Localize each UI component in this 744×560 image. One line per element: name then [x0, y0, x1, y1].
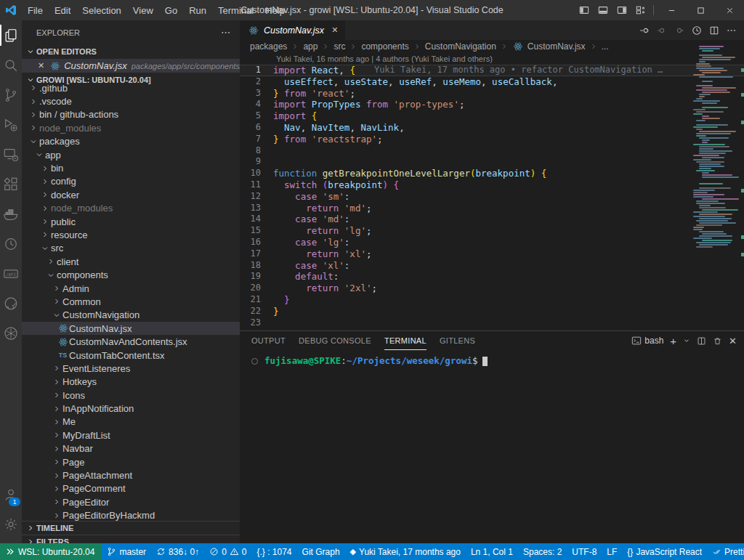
- menu-edit[interactable]: Edit: [49, 0, 76, 20]
- folder-mydraftlist[interactable]: MyDraftList: [22, 429, 240, 442]
- activity-rest-api-icon[interactable]: /API: [0, 259, 22, 288]
- new-terminal-icon[interactable]: +: [670, 335, 676, 347]
- folder-src[interactable]: src: [22, 242, 240, 255]
- folder-config[interactable]: config: [22, 175, 240, 188]
- menu-file[interactable]: File: [22, 0, 49, 20]
- menu-selection[interactable]: Selection: [76, 0, 126, 20]
- split-editor-icon[interactable]: [709, 25, 719, 36]
- file-history-icon[interactable]: [692, 25, 702, 36]
- menu-view[interactable]: View: [127, 0, 159, 20]
- folder-bin-github-actions[interactable]: bin / github-actions: [22, 108, 240, 121]
- status-eol[interactable]: LF: [602, 543, 622, 560]
- more-actions-icon[interactable]: ⋯: [727, 25, 737, 36]
- close-tab-icon[interactable]: ✕: [331, 25, 338, 35]
- folder--github[interactable]: .github: [22, 81, 240, 94]
- status-git-graph[interactable]: Git Graph: [297, 543, 345, 560]
- activity-explorer-icon[interactable]: [0, 20, 22, 50]
- tab-customnav[interactable]: CustomNav.jsx ✕: [240, 20, 345, 40]
- folder-resource[interactable]: resource: [22, 228, 240, 241]
- activity-docker-icon[interactable]: [0, 199, 22, 229]
- status-git-sync[interactable]: 836↓ 0↑: [151, 543, 204, 560]
- filters-section[interactable]: FILTERS: [22, 535, 240, 543]
- file-customnav-jsx[interactable]: CustomNav.jsx: [22, 322, 240, 335]
- status-formatter-prettier[interactable]: Prettier: [707, 543, 744, 560]
- status-git-branch[interactable]: master: [102, 543, 151, 560]
- folder-pageeditorbyhackmd[interactable]: PageEditorByHackmd: [22, 509, 240, 522]
- folder-inappnotification[interactable]: InAppNotification: [22, 402, 240, 415]
- panel-tab-gitlens[interactable]: GITLENS: [440, 331, 475, 350]
- breadcrumb-item[interactable]: ...: [602, 41, 609, 52]
- folder-page[interactable]: Page: [22, 455, 240, 468]
- open-editors-section[interactable]: OPEN EDITORS: [22, 44, 240, 59]
- gitlens-prev-icon[interactable]: [657, 25, 667, 36]
- panel-tab-debug-console[interactable]: DEBUG CONSOLE: [299, 331, 371, 350]
- split-terminal-icon[interactable]: [697, 336, 706, 346]
- file-customtabcontent-tsx[interactable]: TSCustomTabContent.tsx: [22, 349, 240, 362]
- menu-go[interactable]: Go: [159, 0, 183, 20]
- folder-packages[interactable]: packages: [22, 135, 240, 148]
- gitlens-next-icon[interactable]: [674, 25, 684, 36]
- breadcrumb-item[interactable]: CustomNavigation: [425, 41, 496, 52]
- activity-accounts-icon[interactable]: 1: [0, 479, 22, 509]
- folder-common[interactable]: Common: [22, 295, 240, 308]
- customize-layout-icon[interactable]: [631, 0, 650, 20]
- activity-git-history-icon[interactable]: [0, 229, 22, 259]
- folder-hotkeys[interactable]: Hotkeys: [22, 376, 240, 389]
- folder-eventlisteneres[interactable]: EventListeneres: [22, 362, 240, 375]
- close-icon[interactable]: [715, 0, 744, 20]
- status-indentation[interactable]: Spaces: 2: [518, 543, 567, 560]
- activity-extensions-icon[interactable]: [0, 169, 22, 199]
- folder-components[interactable]: components: [22, 268, 240, 281]
- menu-terminal[interactable]: Terminal: [212, 0, 259, 20]
- folder-node-modules[interactable]: node_modules: [22, 202, 240, 215]
- status-blame-status[interactable]: ◆Yuki Takei, 17 months ago: [345, 543, 466, 560]
- folder-customnavigation[interactable]: CustomNavigation: [22, 309, 240, 322]
- folder-public[interactable]: public: [22, 215, 240, 228]
- folder-navbar[interactable]: Navbar: [22, 442, 240, 455]
- close-editor-icon[interactable]: ✕: [38, 61, 44, 70]
- close-panel-icon[interactable]: ✕: [729, 336, 737, 346]
- codelens-authors[interactable]: Yuki Takei, 16 months ago | 4 authors (Y…: [240, 53, 744, 65]
- folder-pagecomment[interactable]: PageComment: [22, 482, 240, 495]
- breadcrumb-item[interactable]: app: [303, 41, 318, 52]
- status-remote-indicator[interactable]: WSL: Ubuntu-20.04: [0, 543, 102, 560]
- explorer-more-actions-icon[interactable]: ⋯: [221, 27, 231, 38]
- folder-node-modules[interactable]: node_modules: [22, 121, 240, 134]
- folder-docker[interactable]: docker: [22, 188, 240, 201]
- menu-help[interactable]: Help: [259, 0, 291, 20]
- status-cursor-position[interactable]: Ln 1, Col 1: [466, 543, 518, 560]
- minimap[interactable]: [693, 44, 738, 253]
- code-editor[interactable]: Yuki Takei, 16 months ago | 4 authors (Y…: [240, 53, 744, 330]
- status-encoding[interactable]: UTF-8: [567, 543, 602, 560]
- folder-pageattachment[interactable]: PageAttachment: [22, 468, 240, 482]
- activity-remote-explorer-icon[interactable]: [0, 139, 22, 169]
- panel-tab-terminal[interactable]: TERMINAL: [384, 331, 426, 350]
- folder-pageeditor[interactable]: PageEditor: [22, 495, 240, 508]
- breadcrumb-item[interactable]: src: [333, 41, 345, 52]
- terminal[interactable]: fujisawa@SPIKE:~/Projects/weseek/growi$: [240, 350, 744, 366]
- activity-run-debug-icon[interactable]: [0, 110, 22, 139]
- status-language-mode[interactable]: {}JavaScript React: [622, 543, 707, 560]
- minimize-icon[interactable]: [657, 0, 686, 20]
- file-customnavandcontents-jsx[interactable]: CustomNavAndContents.jsx: [22, 335, 240, 348]
- toggle-blame-icon[interactable]: [639, 25, 650, 36]
- folder-me[interactable]: Me: [22, 415, 240, 429]
- activity-kubernetes-icon[interactable]: [0, 318, 22, 348]
- folder--vscode[interactable]: .vscode: [22, 94, 240, 107]
- sidebar-right-icon[interactable]: [612, 0, 631, 20]
- shell-picker[interactable]: bash: [631, 336, 663, 346]
- status-todo-counter[interactable]: {.} : 1074: [252, 543, 297, 560]
- open-editor-item[interactable]: ✕ CustomNav.jsx packages/app/src/compone…: [22, 59, 240, 73]
- terminal-dropdown-icon[interactable]: [683, 337, 690, 344]
- panel-tab-output[interactable]: OUTPUT: [251, 331, 286, 350]
- status-problems[interactable]: 00: [204, 543, 251, 560]
- panel-bottom-icon[interactable]: [594, 0, 612, 20]
- activity-settings-icon[interactable]: [0, 509, 22, 539]
- folder-admin[interactable]: Admin: [22, 282, 240, 295]
- maximize-icon[interactable]: [686, 0, 715, 20]
- folder-client[interactable]: client: [22, 255, 240, 268]
- folder-app[interactable]: app: [22, 148, 240, 161]
- breadcrumb-item[interactable]: packages: [250, 41, 287, 52]
- kill-terminal-icon[interactable]: [713, 336, 722, 346]
- activity-source-control-icon[interactable]: [0, 80, 22, 110]
